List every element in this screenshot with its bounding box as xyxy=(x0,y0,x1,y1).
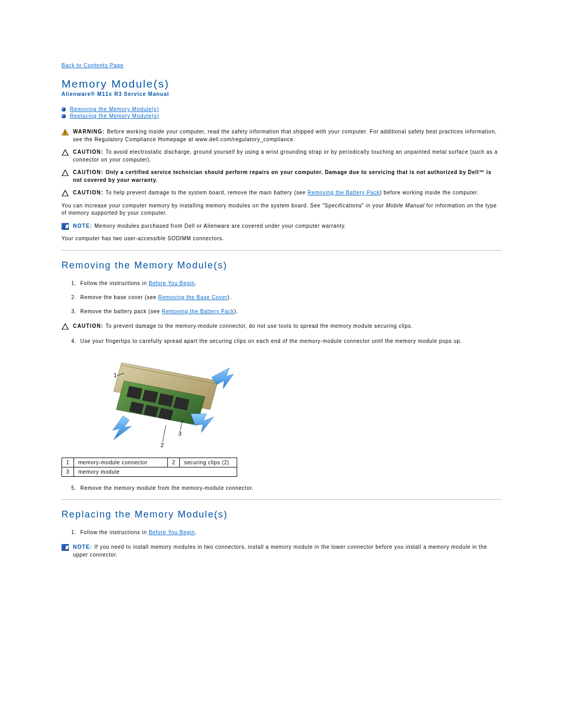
toc-item: Replacing the Memory Module(s) xyxy=(62,113,501,119)
removing-steps-cont: Use your fingertips to carefully spread … xyxy=(62,338,501,344)
paragraph-sodimm: Your computer has two user-accessible SO… xyxy=(62,235,501,243)
caution-notice: CAUTION: To prevent damage to the memory… xyxy=(62,323,501,330)
caution-icon xyxy=(62,190,69,196)
section-heading-replacing: Replacing the Memory Module(s) xyxy=(62,509,501,520)
legend-label: securing clips (2) xyxy=(180,458,237,467)
warning-body: Before working inside your computer, rea… xyxy=(73,129,497,142)
table-row: 3 memory module xyxy=(62,467,237,477)
caution-icon xyxy=(62,169,69,176)
step-1: Follow the instructions in Before You Be… xyxy=(78,529,501,535)
bullet-icon xyxy=(62,107,66,112)
callout-3: 3 xyxy=(178,430,182,437)
note-icon xyxy=(62,223,69,230)
link-removing-battery-pack[interactable]: Removing the Battery Pack xyxy=(308,190,380,195)
caution-notice: CAUTION: To avoid electrostatic discharg… xyxy=(62,149,501,164)
legend-num: 3 xyxy=(62,467,74,477)
caution-lead: CAUTION: xyxy=(73,149,105,155)
caution-text: CAUTION: To avoid electrostatic discharg… xyxy=(73,149,501,164)
warning-icon: ! xyxy=(62,129,69,135)
memory-module-diagram: 1 3 2 xyxy=(93,352,501,452)
caution-icon xyxy=(62,323,69,330)
text: Follow the instructions in xyxy=(80,529,149,535)
note-body: Memory modules purchased from Dell or Al… xyxy=(94,223,346,229)
text: ). xyxy=(227,294,231,300)
caution-icon xyxy=(62,149,69,156)
caution-body: To prevent damage to the memory-module c… xyxy=(105,323,413,329)
caution-lead: CAUTION: xyxy=(73,169,105,175)
note-lead: NOTE: xyxy=(73,544,94,550)
toc-link-removing[interactable]: Removing the Memory Module(s) xyxy=(70,106,159,112)
svg-marker-2 xyxy=(62,150,68,155)
text: ). xyxy=(234,309,238,314)
text: . xyxy=(195,529,197,535)
note-text: NOTE: Memory modules purchased from Dell… xyxy=(73,223,346,230)
replacing-steps: Follow the instructions in Before You Be… xyxy=(62,529,501,535)
step-3: Remove the battery pack (see Removing th… xyxy=(78,309,501,314)
text: Remove the base cover (see xyxy=(80,294,158,300)
legend-label: memory-module connector xyxy=(74,458,168,467)
step-1: Follow the instructions in Before You Be… xyxy=(78,280,501,286)
note-icon xyxy=(62,544,69,551)
caution-text: CAUTION: To prevent damage to the memory… xyxy=(73,323,413,330)
caution-text: CAUTION: Only a certified service techni… xyxy=(73,169,501,184)
caution-notice: CAUTION: Only a certified service techni… xyxy=(62,169,501,184)
page-subtitle: Alienware® M11x R3 Service Manual xyxy=(62,91,501,97)
warning-text: WARNING: Before working inside your comp… xyxy=(73,128,501,143)
note-body: If you need to install memory modules in… xyxy=(73,544,487,558)
text: . xyxy=(195,280,197,286)
removing-steps-final: Remove the memory module from the memory… xyxy=(62,485,501,491)
note-text: NOTE: If you need to install memory modu… xyxy=(73,544,501,559)
warning-notice: ! WARNING: Before working inside your co… xyxy=(62,128,501,143)
svg-marker-17 xyxy=(191,414,214,433)
toc-link-replacing[interactable]: Replacing the Memory Module(s) xyxy=(70,113,159,119)
step-4: Use your fingertips to carefully spread … xyxy=(78,338,501,344)
link-removing-base-cover[interactable]: Removing the Base Cover xyxy=(158,294,228,300)
link-before-you-begin[interactable]: Before You Begin xyxy=(149,280,195,286)
legend-label: memory module xyxy=(74,467,237,477)
diagram-legend-table: 1 memory-module connector 2 securing cli… xyxy=(62,458,237,477)
text: Remove the battery pack (see xyxy=(80,309,162,314)
step-2: Remove the base cover (see Removing the … xyxy=(78,294,501,300)
caution-notice: CAUTION: To help prevent damage to the s… xyxy=(62,189,501,197)
caution-lead: CAUTION: xyxy=(73,323,105,329)
caution-text: CAUTION: To help prevent damage to the s… xyxy=(73,189,479,197)
note-notice: NOTE: If you need to install memory modu… xyxy=(62,544,501,559)
svg-marker-5 xyxy=(62,324,68,329)
text: You can increase your computer memory by… xyxy=(62,203,386,208)
caution-body: To avoid electrostatic discharge, ground… xyxy=(73,149,498,163)
section-heading-removing: Removing the Memory Module(s) xyxy=(62,260,501,271)
link-before-you-begin[interactable]: Before You Begin xyxy=(149,529,195,535)
svg-marker-4 xyxy=(62,190,68,196)
svg-text:!: ! xyxy=(64,130,66,135)
legend-num: 2 xyxy=(168,458,180,467)
toc-item: Removing the Memory Module(s) xyxy=(62,106,501,112)
caution-lead: CAUTION: xyxy=(73,190,105,195)
warning-lead: WARNING: xyxy=(73,129,107,134)
italic-text: Mobile Manual xyxy=(386,203,424,208)
diagram-svg: 1 3 2 xyxy=(93,352,239,451)
svg-marker-18 xyxy=(113,416,131,440)
step-5: Remove the memory module from the memory… xyxy=(78,485,501,491)
removing-steps: Follow the instructions in Before You Be… xyxy=(62,280,501,314)
text: Follow the instructions in xyxy=(80,280,149,286)
caution-body-bold: Only a certified service technician shou… xyxy=(73,169,492,183)
svg-marker-3 xyxy=(62,170,68,176)
callout-1: 1 xyxy=(114,372,117,378)
note-lead: NOTE: xyxy=(73,223,94,229)
legend-num: 1 xyxy=(62,458,74,467)
document-page: Back to Contents Page Memory Module(s) A… xyxy=(0,0,563,585)
note-notice: NOTE: Memory modules purchased from Dell… xyxy=(62,223,501,230)
link-removing-battery-pack[interactable]: Removing the Battery Pack xyxy=(162,309,234,314)
caution-post: ) before working inside the computer. xyxy=(380,190,479,195)
caution-pre: To help prevent damage to the system boa… xyxy=(105,190,307,195)
page-title: Memory Module(s) xyxy=(62,78,501,90)
table-row: 1 memory-module connector 2 securing cli… xyxy=(62,458,237,467)
svg-line-21 xyxy=(163,425,166,442)
table-of-contents: Removing the Memory Module(s) Replacing … xyxy=(62,106,501,119)
divider xyxy=(62,499,501,500)
paragraph-increase-memory: You can increase your computer memory by… xyxy=(62,202,501,217)
divider xyxy=(62,250,501,251)
back-to-contents-link[interactable]: Back to Contents Page xyxy=(62,63,124,68)
bullet-icon xyxy=(62,114,66,118)
callout-2: 2 xyxy=(161,442,164,448)
